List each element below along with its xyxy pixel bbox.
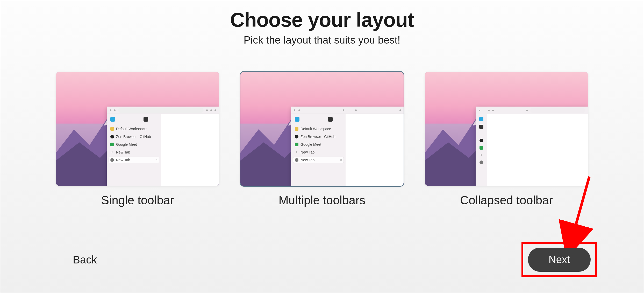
layout-thumb-single: Default Workspace Zen Browser · GitHub G…	[56, 72, 219, 186]
layout-chooser-page: Choose your layout Pick the layout that …	[0, 0, 644, 293]
page-subtitle: Pick the layout that suits you best!	[0, 34, 644, 46]
next-button[interactable]: Next	[528, 248, 591, 272]
page-title: Choose your layout	[0, 8, 644, 32]
layout-option-collapsed[interactable]: + Collapsed toolbar	[425, 72, 588, 207]
sidebar-workspace: Default Workspace	[293, 126, 344, 132]
layout-thumb-collapsed: +	[425, 72, 588, 186]
meet-icon	[480, 146, 483, 150]
sidebar-item-github: Zen Browser · GitHub	[293, 134, 344, 140]
back-button[interactable]: Back	[70, 248, 99, 271]
preview-window-single: Default Workspace Zen Browser · GitHub G…	[107, 107, 219, 186]
search-icon	[399, 109, 401, 111]
layout-options: Default Workspace Zen Browser · GitHub G…	[0, 72, 644, 207]
layout-option-label: Single toolbar	[56, 193, 219, 207]
preview-window-collapsed: +	[476, 107, 588, 186]
pinned-app-icon	[479, 117, 483, 121]
sidebar-item-github: Zen Browser · GitHub	[109, 134, 159, 140]
pinned-app-icon	[479, 125, 483, 129]
layout-thumb-multiple: Default Workspace Zen Browser · GitHub G…	[240, 72, 404, 186]
github-icon	[480, 139, 483, 142]
layout-option-label: Collapsed toolbar	[425, 193, 588, 207]
annotation-highlight-box: Next	[521, 242, 597, 277]
sidebar-item-meet: Google Meet	[109, 141, 159, 148]
sidebar-active-tab: New Tab×	[109, 157, 159, 163]
header: Choose your layout Pick the layout that …	[0, 8, 644, 46]
pinned-app-icon	[328, 117, 333, 122]
sidebar-item-meet: Google Meet	[293, 141, 344, 148]
layout-option-multiple[interactable]: Default Workspace Zen Browser · GitHub G…	[240, 72, 404, 207]
sidebar-new-tab: +New Tab	[109, 149, 159, 155]
pinned-app-icon	[110, 117, 115, 122]
footer: Back Next	[70, 242, 597, 277]
plus-icon: +	[480, 153, 482, 157]
pinned-app-icon	[295, 117, 299, 122]
sidebar-active-tab: New Tab×	[293, 157, 344, 163]
sidebar-new-tab: +New Tab	[293, 149, 344, 155]
layout-option-label: Multiple toolbars	[240, 193, 404, 207]
layout-option-single[interactable]: Default Workspace Zen Browser · GitHub G…	[56, 72, 219, 207]
tab-icon	[480, 161, 483, 164]
pinned-app-icon	[144, 117, 148, 122]
search-icon	[526, 110, 528, 111]
preview-window-multiple: Default Workspace Zen Browser · GitHub G…	[291, 107, 404, 186]
sidebar-workspace: Default Workspace	[109, 126, 159, 132]
